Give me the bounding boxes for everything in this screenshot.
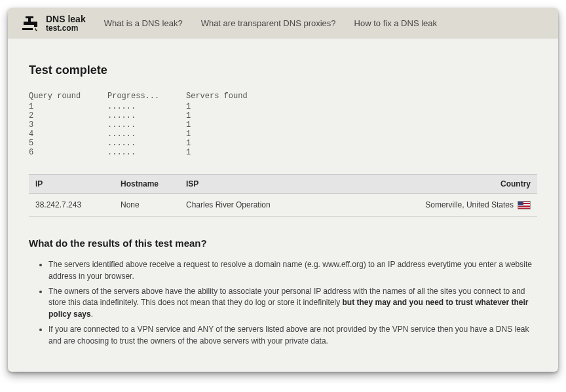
- col-country: Country: [406, 179, 531, 188]
- svg-rect-3: [34, 22, 37, 27]
- nav-link-transparent-proxies[interactable]: What are transparent DNS proxies?: [201, 18, 336, 28]
- explain-item: If you are connected to a VPN service an…: [48, 324, 537, 347]
- progress-row: 4......1: [29, 130, 537, 139]
- col-isp: ISP: [186, 179, 406, 188]
- faucet-icon: [22, 15, 42, 32]
- explain-item: The servers identified above receive a r…: [48, 259, 537, 282]
- top-nav: DNS leak test.com What is a DNS leak? Wh…: [8, 8, 558, 39]
- progress-label-progress: Progress...: [107, 92, 186, 101]
- progress-row: 3......1: [29, 120, 537, 130]
- col-ip: IP: [35, 179, 121, 188]
- explain-list: The servers identified above receive a r…: [29, 259, 537, 347]
- site-logo[interactable]: DNS leak test.com: [22, 14, 86, 32]
- col-hostname: Hostname: [121, 179, 186, 188]
- progress-row: 6......1: [29, 148, 537, 157]
- explain-item: The owners of the servers above have the…: [48, 286, 537, 320]
- progress-row: 5......1: [29, 139, 537, 148]
- progress-table: Query round Progress... Servers found 1.…: [29, 92, 537, 157]
- results-row: 38.242.7.243 None Charles River Operatio…: [29, 194, 537, 217]
- cell-isp: Charles River Operation: [186, 200, 406, 209]
- nav-link-what-is[interactable]: What is a DNS leak?: [104, 18, 183, 28]
- country-text: Somerville, United States: [425, 200, 514, 209]
- nav-link-how-to-fix[interactable]: How to fix a DNS leak: [354, 18, 437, 28]
- dns-leak-window: DNS leak test.com What is a DNS leak? Wh…: [8, 8, 558, 372]
- logo-line1: DNS leak: [46, 14, 86, 24]
- svg-rect-2: [26, 16, 33, 18]
- progress-row: 2......1: [29, 111, 537, 120]
- cell-ip: 38.242.7.243: [35, 200, 121, 209]
- results-table: IP Hostname ISP Country 38.242.7.243 Non…: [29, 174, 537, 217]
- cell-country: Somerville, United States: [406, 200, 531, 209]
- cell-hostname: None: [121, 200, 186, 209]
- explain-heading: What do the results of this test mean?: [29, 238, 537, 249]
- results-header-row: IP Hostname ISP Country: [29, 174, 537, 194]
- content-area: Test complete Query round Progress... Se…: [8, 39, 558, 372]
- svg-rect-4: [22, 28, 33, 30]
- progress-header: Query round Progress... Servers found: [29, 92, 537, 101]
- page-title: Test complete: [29, 63, 537, 77]
- logo-line2: test.com: [46, 24, 86, 33]
- us-flag-icon: [518, 201, 531, 209]
- progress-row: 1......1: [29, 102, 537, 111]
- logo-text: DNS leak test.com: [46, 14, 86, 32]
- progress-label-round: Query round: [29, 92, 107, 101]
- progress-label-found: Servers found: [186, 92, 537, 101]
